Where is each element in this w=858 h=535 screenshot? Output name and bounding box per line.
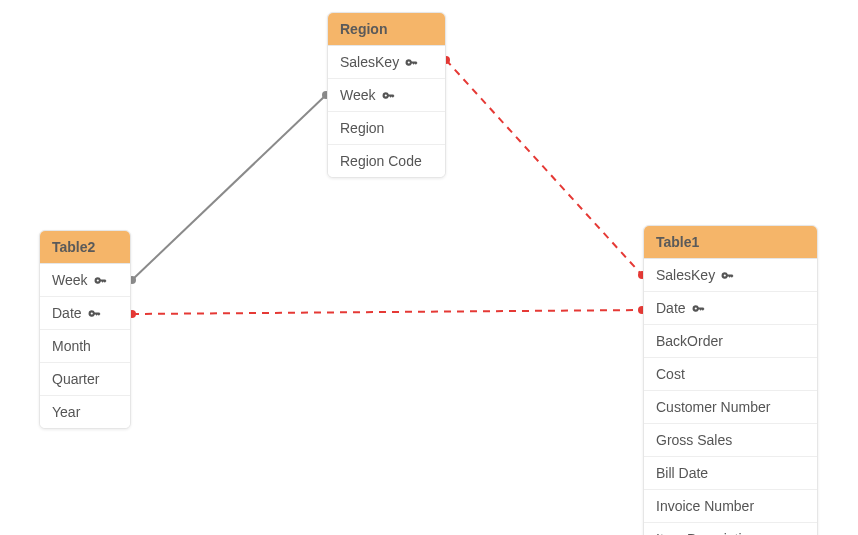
table-table1-title: Table1 — [656, 234, 699, 250]
field-table2-month[interactable]: Month — [40, 330, 130, 363]
key-icon — [88, 307, 101, 320]
field-table1-backorder[interactable]: BackOrder — [644, 325, 817, 358]
key-icon — [721, 269, 734, 282]
field-label: Gross Sales — [656, 432, 732, 448]
field-label: Quarter — [52, 371, 99, 387]
field-region-week[interactable]: Week — [328, 79, 445, 112]
field-region-regioncode[interactable]: Region Code — [328, 145, 445, 177]
field-label: Date — [52, 305, 82, 321]
field-label: Week — [340, 87, 376, 103]
table-region-title: Region — [340, 21, 387, 37]
table-table1[interactable]: Table1 SalesKey Date BackOrder Cost Cust… — [643, 225, 818, 535]
field-label: SalesKey — [656, 267, 715, 283]
svg-line-3 — [446, 60, 642, 275]
field-table1-invoicenumber[interactable]: Invoice Number — [644, 490, 817, 523]
field-label: Month — [52, 338, 91, 354]
field-label: BackOrder — [656, 333, 723, 349]
table-region-header[interactable]: Region — [328, 13, 445, 46]
field-label: Region Code — [340, 153, 422, 169]
field-label: SalesKey — [340, 54, 399, 70]
field-label: Week — [52, 272, 88, 288]
field-label: Item Description — [656, 531, 757, 535]
field-region-saleskey[interactable]: SalesKey — [328, 46, 445, 79]
key-icon — [382, 89, 395, 102]
field-table2-week[interactable]: Week — [40, 264, 130, 297]
field-label: Region — [340, 120, 384, 136]
field-label: Year — [52, 404, 80, 420]
field-table2-date[interactable]: Date — [40, 297, 130, 330]
field-table1-grosssales[interactable]: Gross Sales — [644, 424, 817, 457]
field-label: Invoice Number — [656, 498, 754, 514]
field-table1-customernumber[interactable]: Customer Number — [644, 391, 817, 424]
field-table2-year[interactable]: Year — [40, 396, 130, 428]
table-table2-title: Table2 — [52, 239, 95, 255]
field-table1-date[interactable]: Date — [644, 292, 817, 325]
table-region[interactable]: Region SalesKey Week Region Region Code — [327, 12, 446, 178]
key-icon — [94, 274, 107, 287]
field-label: Customer Number — [656, 399, 770, 415]
field-table1-saleskey[interactable]: SalesKey — [644, 259, 817, 292]
table-table2-header[interactable]: Table2 — [40, 231, 130, 264]
key-icon — [692, 302, 705, 315]
field-table1-cost[interactable]: Cost — [644, 358, 817, 391]
svg-line-0 — [132, 95, 326, 280]
field-label: Bill Date — [656, 465, 708, 481]
field-label: Date — [656, 300, 686, 316]
field-table1-itemdescription[interactable]: Item Description — [644, 523, 817, 535]
svg-line-6 — [132, 310, 642, 314]
field-label: Cost — [656, 366, 685, 382]
field-table1-billdate[interactable]: Bill Date — [644, 457, 817, 490]
field-region-region[interactable]: Region — [328, 112, 445, 145]
key-icon — [405, 56, 418, 69]
table-table1-header[interactable]: Table1 — [644, 226, 817, 259]
table-table2[interactable]: Table2 Week Date Month Quarter Year — [39, 230, 131, 429]
field-table2-quarter[interactable]: Quarter — [40, 363, 130, 396]
